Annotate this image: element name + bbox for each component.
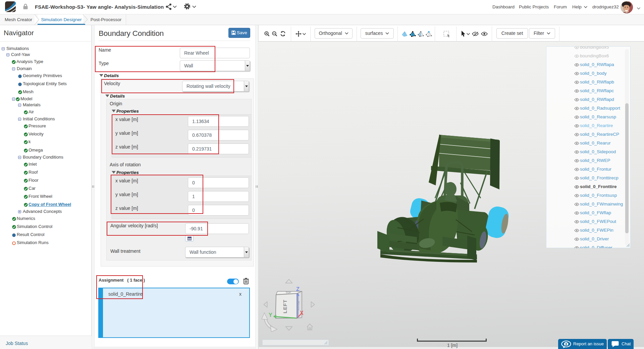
svg-text:X: X (300, 310, 304, 316)
svg-text:TOP: TOP (285, 291, 291, 294)
svg-text:LEFT: LEFT (282, 299, 288, 313)
svg-text:Z: Z (296, 286, 300, 292)
svg-text:Y: Y (269, 312, 272, 318)
